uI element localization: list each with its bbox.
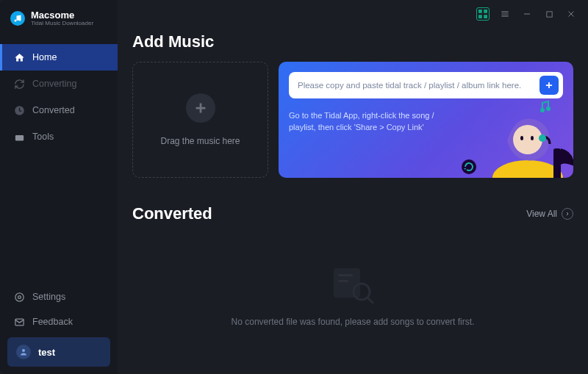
illustration xyxy=(447,97,573,178)
minimize-icon[interactable] xyxy=(520,7,534,21)
add-link-button[interactable] xyxy=(539,76,559,95)
brand-name: Macsome xyxy=(31,10,93,21)
svg-rect-10 xyxy=(484,10,487,13)
brand: Macsome Tidal Music Downloader xyxy=(0,6,118,38)
svg-rect-4 xyxy=(18,134,21,135)
window-controls xyxy=(476,7,578,21)
add-music-title: Add Music xyxy=(132,32,573,51)
svg-rect-32 xyxy=(553,148,561,178)
brand-subtitle: Tidal Music Downloader xyxy=(31,21,93,26)
svg-rect-17 xyxy=(546,11,551,16)
svg-point-30 xyxy=(531,136,534,140)
sidebar-item-label: Home xyxy=(32,52,57,62)
main: Add Music Drag the music here Go to the … xyxy=(118,0,588,374)
svg-rect-11 xyxy=(478,15,482,18)
sidebar-item-settings[interactable]: Settings xyxy=(0,284,118,309)
gear-icon xyxy=(13,291,25,303)
sidebar: Macsome Tidal Music Downloader Home Conv… xyxy=(0,0,118,374)
svg-point-24 xyxy=(540,108,545,112)
converting-icon xyxy=(13,78,25,90)
footer-nav: Settings Feedback test xyxy=(0,284,118,374)
sidebar-item-label: Tools xyxy=(32,132,54,142)
svg-rect-9 xyxy=(478,10,482,13)
converted-title: Converted xyxy=(132,204,212,223)
svg-point-8 xyxy=(22,349,25,352)
sidebar-item-label: Converting xyxy=(32,79,76,89)
svg-point-29 xyxy=(520,136,523,140)
converted-header: Converted View All xyxy=(132,204,573,223)
svg-point-31 xyxy=(539,134,546,142)
svg-rect-3 xyxy=(15,135,23,141)
maximize-icon[interactable] xyxy=(542,7,556,21)
view-all-button[interactable]: View All xyxy=(526,208,573,220)
close-icon[interactable] xyxy=(564,7,578,21)
svg-rect-33 xyxy=(334,268,360,298)
link-input[interactable] xyxy=(298,81,534,90)
svg-point-1 xyxy=(19,19,21,21)
brand-icon xyxy=(10,11,25,26)
avatar-icon xyxy=(16,345,31,359)
svg-rect-12 xyxy=(484,15,487,18)
empty-state: No converted file was found, please add … xyxy=(132,223,573,359)
user-name: test xyxy=(38,347,55,358)
sidebar-item-label: Feedback xyxy=(32,317,73,327)
link-hint: Go to the Tidal App, right-click the son… xyxy=(289,110,458,134)
empty-icon xyxy=(329,265,376,303)
plus-icon xyxy=(186,93,215,123)
grid-view-icon[interactable] xyxy=(476,7,490,21)
sidebar-item-tools[interactable]: Tools xyxy=(0,123,118,150)
svg-point-28 xyxy=(513,125,542,154)
sidebar-item-label: Settings xyxy=(32,292,65,302)
svg-point-0 xyxy=(15,20,17,22)
toolbox-icon xyxy=(13,131,25,143)
link-input-wrap xyxy=(289,72,563,98)
svg-point-26 xyxy=(462,159,476,174)
add-music-row: Drag the music here Go to the Tidal App,… xyxy=(132,62,573,178)
menu-icon[interactable] xyxy=(498,7,512,21)
svg-point-5 xyxy=(18,295,21,298)
chevron-right-icon xyxy=(562,208,573,220)
sidebar-item-converted[interactable]: Converted xyxy=(0,97,118,123)
home-icon xyxy=(13,51,25,63)
svg-point-6 xyxy=(15,292,23,301)
view-all-label: View All xyxy=(526,209,557,219)
sidebar-item-home[interactable]: Home xyxy=(0,44,118,71)
svg-point-27 xyxy=(492,160,563,178)
svg-point-25 xyxy=(546,107,551,111)
user-account[interactable]: test xyxy=(7,337,110,367)
svg-rect-34 xyxy=(338,274,353,276)
link-card: Go to the Tidal App, right-click the son… xyxy=(279,62,573,178)
drop-label: Drag the music here xyxy=(160,136,240,146)
empty-message: No converted file was found, please add … xyxy=(232,317,475,327)
svg-rect-35 xyxy=(338,280,348,282)
main-nav: Home Converting Converted Tools xyxy=(0,44,118,150)
mail-icon xyxy=(13,316,25,328)
sidebar-item-feedback[interactable]: Feedback xyxy=(0,309,118,334)
sidebar-item-label: Converted xyxy=(32,105,75,115)
clock-icon xyxy=(13,104,25,116)
drag-drop-zone[interactable]: Drag the music here xyxy=(132,62,268,178)
svg-line-37 xyxy=(368,298,373,303)
sidebar-item-converting[interactable]: Converting xyxy=(0,71,118,97)
